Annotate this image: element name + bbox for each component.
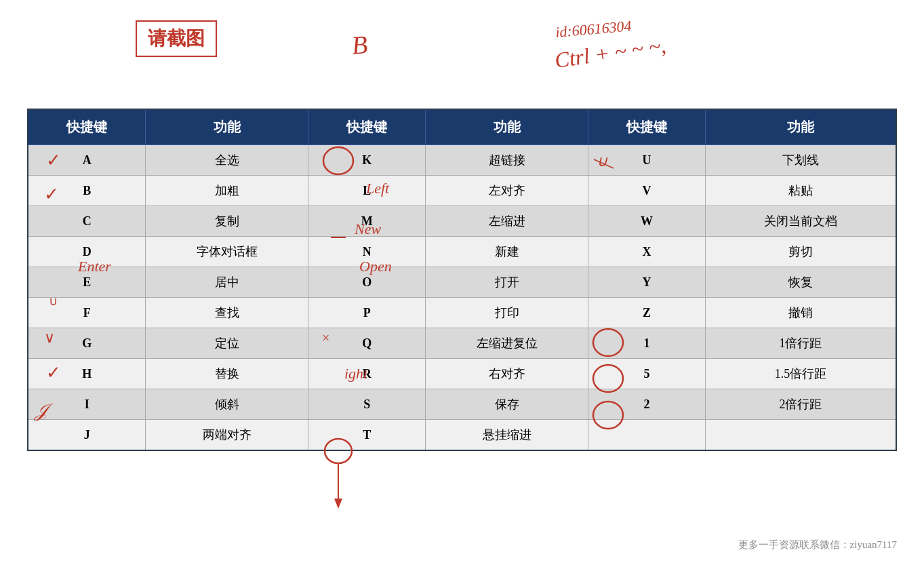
key-cell: 2 — [588, 389, 706, 420]
key-cell: D — [28, 237, 146, 267]
func-cell: 下划线 — [705, 145, 896, 176]
top-annotation-area: 请截图 — [0, 0, 924, 109]
key-cell: Q — [308, 328, 426, 359]
watermark: 更多一手资源联系微信：ziyuan7117 — [738, 539, 897, 551]
key-cell: A — [28, 145, 146, 176]
key-cell: Z — [588, 298, 706, 328]
key-cell: G — [28, 328, 146, 359]
func-cell: 新建 — [426, 237, 588, 267]
table-row: D字体对话框N新建X剪切 — [28, 237, 896, 267]
key-cell: N — [308, 237, 426, 267]
key-cell: P — [308, 298, 426, 328]
key-cell: L — [308, 176, 426, 206]
key-cell: E — [28, 267, 146, 298]
table-row: F查找P打印Z撤销 — [28, 298, 896, 328]
func-cell: 两端对齐 — [146, 420, 308, 451]
func-cell: 保存 — [426, 389, 588, 420]
func-cell: 1倍行距 — [705, 328, 896, 359]
col-header-func3: 功能 — [705, 109, 896, 145]
func-cell: 查找 — [146, 298, 308, 328]
func-cell: 左缩进复位 — [426, 328, 588, 359]
key-cell: C — [28, 206, 146, 237]
func-cell: 字体对话框 — [146, 237, 308, 267]
table-row: J两端对齐T悬挂缩进 — [28, 420, 896, 451]
func-cell: 定位 — [146, 328, 308, 359]
func-cell: 倾斜 — [146, 389, 308, 420]
func-cell: 恢复 — [705, 267, 896, 298]
key-cell: 5 — [588, 359, 706, 389]
key-cell: R — [308, 359, 426, 389]
key-cell: H — [28, 359, 146, 389]
key-cell: U — [588, 145, 706, 176]
stamp-box: 请截图 — [136, 20, 217, 57]
func-cell: 替换 — [146, 359, 308, 389]
key-cell: 1 — [588, 328, 706, 359]
func-cell: 左对齐 — [426, 176, 588, 206]
key-cell: I — [28, 389, 146, 420]
func-cell: 1.5倍行距 — [705, 359, 896, 389]
table-row: G定位Q左缩进复位11倍行距 — [28, 328, 896, 359]
func-cell: 粘贴 — [705, 176, 896, 206]
func-cell: 居中 — [146, 267, 308, 298]
table-header-row: 快捷键 功能 快捷键 功能 快捷键 功能 — [28, 109, 896, 145]
key-cell: O — [308, 267, 426, 298]
func-cell: 剪切 — [705, 237, 896, 267]
key-cell: X — [588, 237, 706, 267]
col-header-func1: 功能 — [146, 109, 308, 145]
key-cell: F — [28, 298, 146, 328]
func-cell: 打印 — [426, 298, 588, 328]
func-cell: 加粗 — [146, 176, 308, 206]
func-cell: 复制 — [146, 206, 308, 237]
col-header-key3: 快捷键 — [588, 109, 706, 145]
key-cell: W — [588, 206, 706, 237]
table-row: C复制M左缩进W关闭当前文档 — [28, 206, 896, 237]
key-cell: T — [308, 420, 426, 451]
key-cell: V — [588, 176, 706, 206]
func-cell: 悬挂缩进 — [426, 420, 588, 451]
table-row: I倾斜S保存22倍行距 — [28, 389, 896, 420]
func-cell: 关闭当前文档 — [705, 206, 896, 237]
key-cell: B — [28, 176, 146, 206]
func-cell: 全选 — [146, 145, 308, 176]
key-cell: J — [28, 420, 146, 451]
func-cell: 右对齐 — [426, 359, 588, 389]
func-cell: 超链接 — [426, 145, 588, 176]
svg-marker-22 — [334, 499, 342, 509]
func-cell: 打开 — [426, 267, 588, 298]
key-cell: Y — [588, 267, 706, 298]
shortcut-table: 快捷键 功能 快捷键 功能 快捷键 功能 A全选K超链接U下划线B加粗L左对齐V… — [27, 109, 897, 451]
table-row: H替换R右对齐51.5倍行距 — [28, 359, 896, 389]
table-row: E居中O打开Y恢复 — [28, 267, 896, 298]
col-header-key2: 快捷键 — [308, 109, 426, 145]
key-cell — [588, 420, 706, 451]
table-row: B加粗L左对齐V粘贴 — [28, 176, 896, 206]
func-cell: 撤销 — [705, 298, 896, 328]
key-cell: K — [308, 145, 426, 176]
shortcut-table-container: 快捷键 功能 快捷键 功能 快捷键 功能 A全选K超链接U下划线B加粗L左对齐V… — [27, 109, 897, 451]
func-cell: 2倍行距 — [705, 389, 896, 420]
func-cell: 左缩进 — [426, 206, 588, 237]
key-cell: S — [308, 389, 426, 420]
col-header-key1: 快捷键 — [28, 109, 146, 145]
table-row: A全选K超链接U下划线 — [28, 145, 896, 176]
col-header-func2: 功能 — [426, 109, 588, 145]
func-cell — [705, 420, 896, 451]
key-cell: M — [308, 206, 426, 237]
